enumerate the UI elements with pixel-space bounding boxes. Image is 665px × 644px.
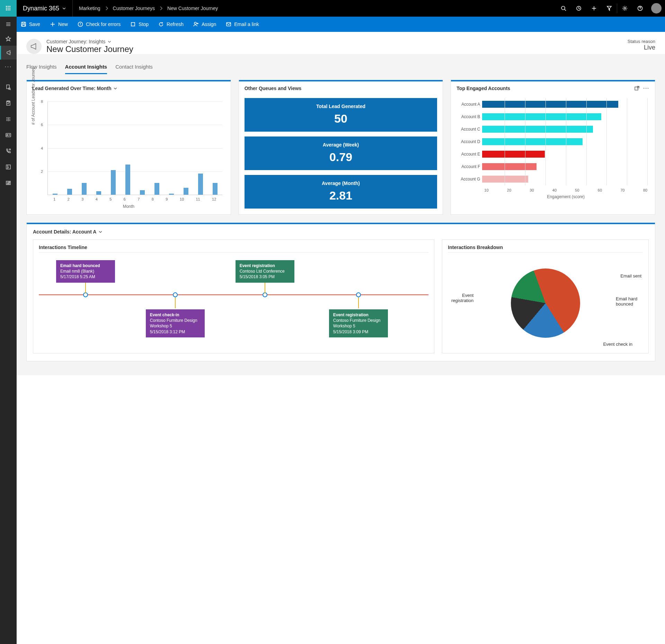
timeline-event[interactable]: Event registrationContoso Ltd Conference… bbox=[236, 260, 294, 283]
breadcrumb-item[interactable]: Customer Journeys bbox=[113, 6, 155, 11]
timeline-node[interactable] bbox=[356, 292, 361, 297]
bar[interactable] bbox=[82, 183, 87, 195]
breadcrumbs: Marketing Customer Journeys New Customer… bbox=[73, 6, 224, 11]
pie-label-checkin: Event check in bbox=[603, 342, 632, 347]
svg-rect-7 bbox=[8, 9, 9, 10]
record-title: New Customer Journey bbox=[46, 44, 133, 54]
engagement-bar-chart: Account A Account B Account C Account D … bbox=[456, 98, 649, 199]
bar[interactable] bbox=[213, 183, 218, 195]
interactions-timeline-panel: Interactions Timeline Email hard bounced… bbox=[33, 239, 434, 353]
entity-icon bbox=[26, 39, 42, 54]
svg-marker-14 bbox=[607, 6, 611, 10]
bar[interactable] bbox=[67, 189, 72, 195]
panel-icon bbox=[6, 164, 11, 170]
refresh-button[interactable]: Refresh bbox=[154, 17, 188, 32]
brand-switcher[interactable]: Dynamic 365 bbox=[17, 0, 73, 17]
topbar: Dynamic 365 Marketing Customer Journeys … bbox=[0, 0, 665, 17]
nav-favorites[interactable] bbox=[0, 32, 17, 46]
breadcrumb-item[interactable]: Marketing bbox=[79, 6, 100, 11]
tab-account-insights[interactable]: Account Insights bbox=[65, 64, 107, 74]
popout-icon[interactable] bbox=[634, 86, 640, 91]
bar[interactable] bbox=[169, 194, 174, 195]
app-launcher[interactable] bbox=[0, 0, 17, 17]
chevron-down-icon bbox=[62, 6, 66, 10]
save-button[interactable]: Save bbox=[17, 17, 44, 32]
nav-more[interactable]: ··· bbox=[0, 60, 17, 73]
stop-button[interactable]: Stop bbox=[126, 17, 153, 32]
hbar-label: Account F bbox=[456, 164, 482, 169]
mail-icon bbox=[226, 21, 231, 27]
bar[interactable] bbox=[125, 165, 130, 195]
kpi-value: 2.81 bbox=[247, 189, 435, 202]
breadcrumb-item[interactable]: New Customer Journey bbox=[167, 6, 218, 11]
chevron-down-icon bbox=[98, 230, 103, 234]
settings-button[interactable] bbox=[617, 0, 632, 17]
bar[interactable] bbox=[184, 188, 188, 195]
timeline-node[interactable] bbox=[173, 292, 178, 297]
new-button[interactable]: New bbox=[46, 17, 72, 32]
svg-rect-8 bbox=[9, 9, 10, 10]
stop-label: Stop bbox=[139, 21, 149, 27]
command-bar: Save New Check for errors Stop Refresh A… bbox=[0, 17, 665, 32]
bar[interactable] bbox=[154, 183, 159, 195]
timeline-event[interactable]: Email hard bouncedEmail nm8 (Blank)5/17/… bbox=[56, 260, 115, 283]
svg-point-17 bbox=[640, 9, 640, 10]
funnel-icon bbox=[606, 6, 612, 11]
tab-contact-insights[interactable]: Contact Insights bbox=[115, 64, 153, 74]
record-subtitle[interactable]: Customer Journey: Insights bbox=[46, 39, 133, 44]
nav-item-7[interactable] bbox=[0, 176, 17, 190]
svg-rect-4 bbox=[8, 8, 9, 9]
nav-marketing[interactable] bbox=[0, 46, 17, 60]
nav-item-4[interactable] bbox=[0, 128, 17, 142]
bar[interactable] bbox=[53, 194, 57, 195]
nav-item-2[interactable] bbox=[0, 96, 17, 110]
svg-rect-2 bbox=[9, 6, 10, 7]
brand-label: Dynamic 365 bbox=[23, 5, 59, 12]
svg-rect-0 bbox=[6, 6, 7, 7]
svg-rect-6 bbox=[6, 9, 7, 10]
check-button[interactable]: Check for errors bbox=[73, 17, 125, 32]
bar[interactable] bbox=[111, 170, 116, 195]
svg-rect-1 bbox=[8, 6, 9, 7]
lead-bar-chart: # of Account Leads for Journey 2468 1234… bbox=[32, 98, 225, 209]
account-details: Account Details: Account A Interactions … bbox=[26, 222, 655, 361]
plus-icon bbox=[50, 21, 55, 27]
gear-icon bbox=[622, 6, 628, 11]
hbar-label: Account B bbox=[456, 114, 482, 119]
alert-icon bbox=[78, 21, 83, 27]
interactions-breakdown-panel: Interactions Breakdown Email sent Email … bbox=[442, 239, 649, 353]
new-button[interactable] bbox=[586, 0, 602, 17]
assign-button[interactable]: Assign bbox=[189, 17, 220, 32]
card-title[interactable]: Lead Generated Over Time: Month bbox=[27, 81, 231, 95]
timeline-event[interactable]: Event check-inContoso Furniture Design W… bbox=[146, 309, 205, 337]
recent-button[interactable] bbox=[571, 0, 586, 17]
bar[interactable] bbox=[96, 191, 101, 195]
record-subtitle-text: Customer Journey: Insights bbox=[46, 39, 105, 44]
assign-label: Assign bbox=[202, 21, 216, 27]
svg-point-27 bbox=[194, 22, 196, 24]
email-label: Email a link bbox=[234, 21, 259, 27]
hbar-label: Account A bbox=[456, 102, 482, 107]
nav-item-3[interactable] bbox=[0, 112, 17, 126]
filter-button[interactable] bbox=[602, 0, 617, 17]
user-avatar[interactable] bbox=[651, 3, 662, 14]
svg-line-37 bbox=[10, 89, 11, 90]
bar[interactable] bbox=[140, 190, 145, 195]
card-title-text: Lead Generated Over Time: Month bbox=[32, 86, 111, 91]
kpi-value: 0.79 bbox=[247, 150, 435, 164]
nav-hamburger[interactable] bbox=[0, 17, 17, 32]
nav-item-6[interactable] bbox=[0, 160, 17, 174]
svg-rect-5 bbox=[9, 8, 10, 9]
timeline-event[interactable]: Event registrationContoso Furniture Desi… bbox=[329, 309, 388, 337]
bar[interactable] bbox=[198, 174, 203, 195]
nav-item-1[interactable] bbox=[0, 80, 17, 94]
details-title[interactable]: Account Details: Account A bbox=[27, 224, 655, 239]
more-icon[interactable]: ··· bbox=[643, 86, 649, 91]
help-button[interactable] bbox=[632, 0, 648, 17]
search-button[interactable] bbox=[556, 0, 571, 17]
nav-item-5[interactable] bbox=[0, 144, 17, 158]
email-link-button[interactable]: Email a link bbox=[222, 17, 263, 32]
refresh-label: Refresh bbox=[167, 21, 184, 27]
star-icon bbox=[6, 36, 11, 42]
pie-label-sent: Email sent bbox=[620, 273, 641, 279]
